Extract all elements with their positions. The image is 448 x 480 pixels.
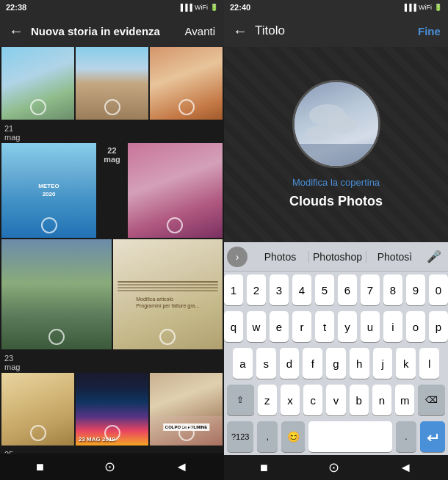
key-n[interactable]: n <box>372 385 391 415</box>
key-h[interactable]: h <box>350 348 369 379</box>
qwerty-row: q w e r t y u i o p <box>224 308 448 345</box>
key-w[interactable]: w <box>247 311 266 342</box>
select-circle-8[interactable] <box>30 425 46 441</box>
nav-back-right[interactable]: ◄ <box>399 460 412 476</box>
key-o[interactable]: o <box>406 311 425 342</box>
key-k[interactable]: k <box>396 348 416 379</box>
select-circle-5[interactable] <box>167 217 183 233</box>
photo-cell-3[interactable] <box>150 47 223 120</box>
photo-cell-1[interactable] <box>1 47 74 120</box>
emoji-key[interactable]: 😊 <box>281 421 305 452</box>
autocomplete-bar: › Photos Photoshop Photosì 🎤 <box>224 242 448 272</box>
photo-cell-6[interactable] <box>1 239 112 349</box>
key-u[interactable]: u <box>361 311 380 342</box>
key-i[interactable]: i <box>383 311 402 342</box>
suggestion-photosi[interactable]: Photosì <box>366 251 423 263</box>
period-key[interactable]: . <box>396 421 416 452</box>
return-icon <box>427 432 438 441</box>
back-button-right[interactable]: ← <box>233 23 248 40</box>
select-circle-9[interactable] <box>104 425 120 441</box>
key-6[interactable]: 6 <box>338 274 357 305</box>
delete-key[interactable]: ⌫ <box>418 385 445 415</box>
key-3[interactable]: 3 <box>270 274 289 305</box>
key-z[interactable]: z <box>258 385 277 415</box>
date-label-25: 25mag <box>0 447 224 454</box>
photo-cell-5[interactable] <box>128 143 223 238</box>
time-right: 22:40 <box>230 3 250 12</box>
wifi-icon-r: WiFi <box>419 4 432 11</box>
nav-square-left[interactable]: ■ <box>36 459 44 475</box>
photo-cell-4[interactable]: METEO2020 <box>1 143 96 238</box>
key-s[interactable]: s <box>256 348 276 379</box>
fine-button[interactable]: Fine <box>418 25 441 37</box>
key-e[interactable]: e <box>270 311 289 342</box>
nav-home-right[interactable]: ⊙ <box>328 459 339 476</box>
return-key[interactable] <box>420 421 445 452</box>
key-m[interactable]: m <box>395 385 414 415</box>
key-l[interactable]: l <box>419 348 439 379</box>
select-circle-1[interactable] <box>30 99 46 115</box>
key-b[interactable]: b <box>350 385 369 415</box>
key-1[interactable]: 1 <box>224 274 243 305</box>
photo-cell-7[interactable]: Modifica articoloProgrammi per fatture g… <box>113 239 223 349</box>
key-f[interactable]: f <box>303 348 322 379</box>
suggestion-photoshop[interactable]: Photoshop <box>309 251 366 263</box>
nav-square-right[interactable]: ■ <box>260 460 268 476</box>
nav-home-left[interactable]: ⊙ <box>104 459 115 475</box>
select-circle-3[interactable] <box>178 99 195 115</box>
mic-button[interactable]: 🎤 <box>423 250 445 263</box>
select-circle-6[interactable] <box>48 329 65 345</box>
shift-key[interactable]: ⇧ <box>227 385 254 415</box>
comma-key[interactable]: , <box>257 421 278 452</box>
space-key[interactable] <box>308 421 392 452</box>
time-left: 22:38 <box>6 3 26 12</box>
photo-cell-2[interactable] <box>76 47 148 120</box>
key-v[interactable]: v <box>326 385 345 415</box>
cover-circle[interactable] <box>292 80 380 168</box>
photo-cell-9[interactable]: 23 MAG 2019 <box>76 373 148 446</box>
key-9[interactable]: 9 <box>406 274 425 305</box>
zxcv-row: ⇧ z x c v b n m ⌫ <box>224 382 448 418</box>
suggestion-photos[interactable]: Photos <box>252 251 309 263</box>
key-d[interactable]: d <box>280 348 300 379</box>
key-q[interactable]: q <box>224 311 243 342</box>
avanti-button[interactable]: Avanti <box>185 25 215 37</box>
key-g[interactable]: g <box>326 348 346 379</box>
key-a[interactable]: a <box>233 348 253 379</box>
key-0[interactable]: 0 <box>429 274 448 305</box>
photo-cell-8[interactable] <box>1 373 74 446</box>
left-panel: 22:38 ▐▐▐ WiFi 🔋 ← Nuova storia in evide… <box>0 0 224 480</box>
cover-title[interactable]: Clouds Photos <box>289 194 383 209</box>
key-j[interactable]: j <box>373 348 393 379</box>
select-circle-7[interactable] <box>159 329 176 345</box>
key-5[interactable]: 5 <box>315 274 334 305</box>
key-x[interactable]: x <box>281 385 300 415</box>
keyboard: › Photos Photoshop Photosì 🎤 1 2 3 4 5 6… <box>224 242 448 455</box>
date-cell-22: 22mag <box>98 143 126 238</box>
num-key[interactable]: ?123 <box>227 421 253 452</box>
back-button-left[interactable]: ← <box>9 23 24 40</box>
key-8[interactable]: 8 <box>383 274 402 305</box>
key-r[interactable]: r <box>292 311 311 342</box>
title-input[interactable] <box>255 23 411 38</box>
photo-row-2: METEO2020 22mag <box>0 143 224 238</box>
select-circle-2[interactable] <box>104 99 120 115</box>
key-y[interactable]: y <box>338 311 357 342</box>
left-header-title: Nuova storia in evidenza <box>31 25 178 37</box>
nav-back-left[interactable]: ◄ <box>175 459 188 475</box>
signal-icon-r: ▐▐▐ <box>402 4 416 11</box>
key-t[interactable]: t <box>315 311 334 342</box>
key-4[interactable]: 4 <box>292 274 311 305</box>
select-circle-4[interactable] <box>41 217 57 233</box>
status-bar-right: 22:40 ▐▐▐ WiFi 🔋 <box>224 0 448 15</box>
key-2[interactable]: 2 <box>247 274 266 305</box>
modify-cover-button[interactable]: Modifica la copertina <box>292 177 380 188</box>
photo-cell-10[interactable]: COLPO DI FULMINE <box>150 373 223 446</box>
autocomplete-arrow[interactable]: › <box>227 247 248 267</box>
key-c[interactable]: c <box>303 385 322 415</box>
key-7[interactable]: 7 <box>361 274 380 305</box>
key-p[interactable]: p <box>429 311 448 342</box>
photo-row-3: Modifica articoloProgrammi per fatture g… <box>0 239 224 349</box>
photo-row-4: 23 MAG 2019 COLPO DI FULMINE <box>0 373 224 446</box>
select-circle-10[interactable] <box>178 425 195 441</box>
